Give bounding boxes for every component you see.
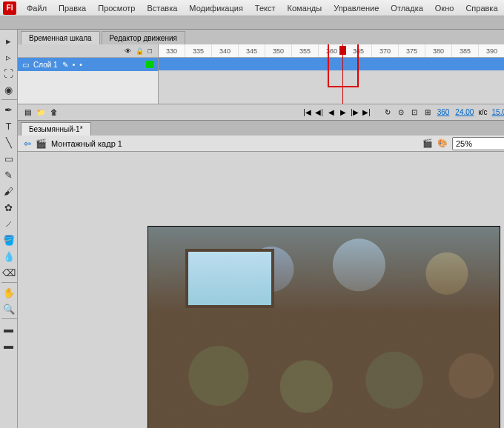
edit-multiple-button[interactable]: ⊞: [422, 107, 433, 118]
ruler-tick[interactable]: 385: [452, 44, 479, 57]
menu-file[interactable]: Файл: [21, 4, 53, 13]
ruler-tick[interactable]: 340: [212, 44, 239, 57]
rectangle-tool[interactable]: ▭: [1, 151, 17, 166]
frame-track[interactable]: [159, 58, 504, 71]
scene-icon: 🎬: [36, 138, 47, 149]
pencil-tool[interactable]: ✎: [1, 167, 17, 182]
fps-value[interactable]: 24.00: [455, 108, 474, 116]
fps-unit: к/с: [478, 108, 487, 116]
delete-layer-button[interactable]: 🗑: [49, 107, 59, 118]
current-frame-value[interactable]: 360: [437, 108, 450, 116]
canvas-content[interactable]: [147, 226, 500, 428]
eraser-tool[interactable]: ⌫: [1, 265, 17, 280]
onion-skin-button[interactable]: ⊙: [396, 107, 406, 118]
pen-tool[interactable]: ✒: [1, 102, 17, 117]
timeline-panel: Временная шкала Редактор движения 👁 🔒 □ …: [18, 30, 504, 121]
separator: [1, 99, 18, 100]
outline-icon[interactable]: □: [148, 47, 152, 55]
ruler-tick[interactable]: 335: [185, 44, 212, 57]
document-tab[interactable]: Безымянный-1*: [21, 122, 91, 136]
ruler-tick[interactable]: 350: [265, 44, 292, 57]
pencil-icon: ✎: [62, 61, 68, 69]
zoom-tool[interactable]: 🔍: [1, 301, 17, 316]
separator: [1, 318, 18, 319]
image-detail: [185, 249, 274, 308]
toolbar-strip: [0, 16, 504, 30]
goto-last-button[interactable]: ▶|: [362, 107, 372, 118]
menu-window[interactable]: Окно: [429, 4, 460, 13]
ruler-tick[interactable]: 380: [425, 44, 452, 57]
goto-first-button[interactable]: |◀: [302, 107, 313, 118]
frame-ruler[interactable]: 3303353403453503553603653703753803853903…: [159, 44, 504, 58]
menu-edit[interactable]: Правка: [53, 4, 92, 13]
ruler-tick[interactable]: 375: [399, 44, 425, 57]
scene-name: Монтажный кадр 1: [51, 139, 122, 148]
separator: [1, 282, 18, 283]
bone-tool[interactable]: ⟋: [1, 216, 17, 231]
selection-tool[interactable]: ▸: [1, 33, 17, 48]
paint-bucket-tool[interactable]: 🪣: [1, 233, 17, 247]
hand-tool[interactable]: ✋: [1, 285, 17, 300]
ruler-tick[interactable]: 355: [292, 44, 319, 57]
playhead[interactable]: [342, 44, 343, 104]
free-transform-tool[interactable]: ⛶: [1, 66, 17, 81]
app-logo: Fl: [3, 1, 16, 15]
layer-icon: ▭: [22, 61, 29, 69]
lock-icon[interactable]: 🔒: [136, 47, 144, 55]
line-tool[interactable]: ╲: [1, 135, 17, 150]
fill-color[interactable]: ▬: [1, 338, 17, 352]
frames-area[interactable]: 3303353403453503553603653703753803853903…: [159, 44, 504, 104]
text-tool[interactable]: T: [1, 118, 17, 133]
new-folder-button[interactable]: 📁: [36, 107, 46, 118]
menu-text[interactable]: Текст: [249, 4, 282, 13]
back-arrow-icon[interactable]: ⇦: [24, 138, 31, 149]
menubar: Fl Файл Правка Просмотр Вставка Модифика…: [0, 0, 504, 16]
tab-timeline[interactable]: Временная шкала: [21, 31, 100, 44]
eye-icon[interactable]: 👁: [125, 47, 131, 55]
document-tabs: Безымянный-1*: [18, 121, 504, 136]
elapsed-value[interactable]: 15.0: [492, 108, 504, 116]
menu-help[interactable]: Справка: [460, 4, 503, 13]
ruler-tick[interactable]: 345: [239, 44, 265, 57]
new-layer-button[interactable]: ▤: [22, 107, 33, 118]
ruler-tick[interactable]: 370: [372, 44, 399, 57]
stroke-color[interactable]: ▬: [1, 321, 17, 336]
layers-column: 👁 🔒 □ ▭ Слой 1 ✎ ••: [18, 44, 159, 104]
menu-insert[interactable]: Вставка: [141, 4, 183, 13]
subselection-tool[interactable]: ▹: [1, 50, 17, 64]
play-button[interactable]: ▶: [338, 107, 348, 118]
menu-commands[interactable]: Команды: [282, 4, 328, 13]
eyedropper-tool[interactable]: 💧: [1, 249, 17, 264]
zoom-select[interactable]: 25%: [452, 137, 504, 150]
play-back-button[interactable]: ◀: [326, 107, 336, 118]
layer-color-swatch[interactable]: [146, 61, 153, 68]
tab-motion-editor[interactable]: Редактор движения: [102, 31, 185, 44]
ruler-tick[interactable]: 365: [345, 44, 372, 57]
deco-tool[interactable]: ✿: [1, 200, 17, 215]
onion-outline-button[interactable]: ⊡: [409, 107, 420, 118]
menu-debug[interactable]: Отладка: [385, 4, 428, 13]
edit-symbols-icon[interactable]: 🎨: [437, 138, 448, 148]
layer-row[interactable]: ▭ Слой 1 ✎ ••: [18, 58, 158, 71]
menu-modify[interactable]: Модификация: [183, 4, 249, 13]
scene-bar: ⇦ 🎬 Монтажный кадр 1 🎬 🎨 25%: [18, 136, 504, 152]
step-back-button[interactable]: ◀|: [314, 107, 325, 118]
menu-view[interactable]: Просмотр: [92, 4, 141, 13]
ruler-tick[interactable]: 330: [159, 44, 185, 57]
lasso-tool[interactable]: ◉: [1, 82, 17, 97]
loop-button[interactable]: ↻: [382, 107, 393, 118]
tools-panel: ▸ ▹ ⛶ ◉ ✒ T ╲ ▭ ✎ 🖌 ✿ ⟋ 🪣 💧 ⌫ ✋ 🔍 ▬ ▬: [0, 30, 18, 428]
layer-name: Слой 1: [33, 61, 58, 69]
edit-scene-icon[interactable]: 🎬: [422, 138, 433, 148]
ruler-tick[interactable]: 390: [479, 44, 504, 57]
menu-control[interactable]: Управление: [328, 4, 385, 13]
step-forward-button[interactable]: |▶: [350, 107, 360, 118]
timeline-footer: ▤ 📁 🗑 |◀ ◀| ◀ ▶ |▶ ▶| ↻ ⊙ ⊡ ⊞ 360 24.00 …: [18, 104, 504, 120]
stage-area[interactable]: [18, 152, 504, 428]
brush-tool[interactable]: 🖌: [1, 184, 17, 198]
